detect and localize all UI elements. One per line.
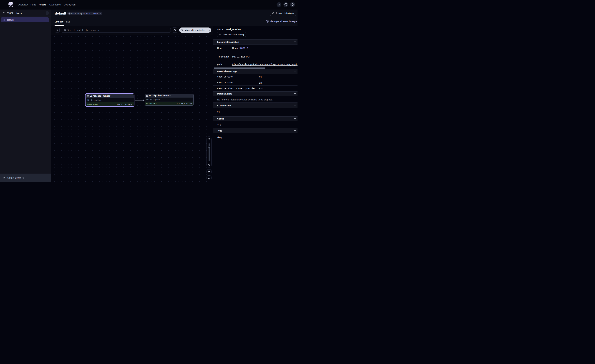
folder-icon [3,177,5,179]
asset-node-multiplied-number[interactable]: multiplied_number No description Materia… [145,94,193,106]
nav-automation[interactable]: Automation [49,3,61,6]
help-button[interactable] [283,2,288,7]
chevron-down-icon [294,42,296,42]
zoom-controls [206,136,212,168]
view-in-asset-catalog-label: View in Asset Catalog [223,33,244,36]
panel-asset-title: versioned_number [217,28,241,31]
section-heading: Materialization tags [217,70,237,73]
main-nav: Overview Runs Assets Automation Deployme… [18,0,76,9]
reload-definitions-icon [272,12,275,15]
nav-runs[interactable]: Runs [30,3,36,6]
tag-row: data_version 20 [213,80,298,86]
scrollbar-thumb[interactable] [214,68,265,69]
section-type[interactable]: Type [213,128,298,133]
asset-group-badge-text: Asset Group in [71,12,85,15]
section-latest-materialization[interactable]: Latest materialization [213,39,298,45]
folder-icon [3,12,5,14]
view-in-asset-catalog-button[interactable]: View in Asset Catalog [217,32,246,37]
expand-sidebar-button[interactable] [55,28,60,33]
lineage-canvas[interactable]: versioned_number No description Material… [51,35,213,182]
graph-toolbar: Materialize selected [51,26,213,35]
reload-repo-icon[interactable] [22,177,24,179]
asset-node-timestamp: Mar 21, 5:25 PM [177,102,192,105]
section-code-version[interactable]: Code Version [213,103,298,108]
graph-settings-button[interactable] [206,169,212,174]
nav-deployment[interactable]: Deployment [64,3,76,6]
asset-node-versioned-number[interactable]: versioned_number No description Material… [86,94,134,106]
tab-lineage[interactable]: Lineage [55,19,64,26]
reload-icon[interactable] [99,13,101,14]
asset-node-timestamp: Mar 21, 5:25 PM [117,103,132,105]
hamburger-menu-icon[interactable] [3,3,6,5]
asset-node-status: Materialized [146,102,157,105]
page-header: default Asset Group in 250321-dvers Relo… [51,9,298,26]
dagster-logo[interactable] [8,1,14,7]
search-icon [64,29,66,31]
tag-value: v4 [259,76,262,78]
sidebar-item-default[interactable]: default [1,17,49,22]
asset-search-input[interactable] [67,29,161,31]
nav-overview[interactable]: Overview [18,3,28,6]
zoom-in-button[interactable] [207,137,211,141]
materialize-selected-label: Materialize selected [185,29,205,31]
table-row-run: Run Run ef7800f2 [213,45,298,53]
refresh-icon [173,28,176,32]
asset-node-description: No description [145,98,193,102]
zoom-in-icon [208,138,210,140]
materialize-dropdown-caret[interactable] [208,30,210,31]
refresh-graph-button[interactable] [172,28,177,33]
asset-group-icon [69,13,71,14]
type-value: Any [217,136,222,139]
section-config[interactable]: Config [213,116,298,121]
section-metadata-plots[interactable]: Metadata plots [213,91,298,96]
top-nav-actions [276,2,295,7]
tag-value: true [259,87,263,90]
section-heading: Config [217,118,224,120]
materialize-button-divider [207,28,207,33]
asset-node-name: versioned_number [90,95,111,97]
asset-detail-panel: versioned_number View in Asset Catalog L… [213,26,298,182]
lineage-edge-arrow [135,99,145,101]
nav-assets[interactable]: Assets [39,3,46,6]
reload-definitions-label: Reload definitions [276,12,294,14]
section-heading: Metadata plots [217,92,232,95]
path-link[interactable]: /Users/smackesey/stm/code/elementl/exper… [232,63,298,65]
asset-group-badge-link[interactable]: 250321-dvers [86,12,98,15]
sidebar-repo-row[interactable]: 250321-dvers 1 [0,9,51,17]
asset-group-badge: Asset Group in 250321-dvers [67,12,102,15]
section-materialization-tags[interactable]: Materialization tags [213,69,298,74]
latest-materialization-table: Run Run ef7800f2 Timestamp Mar 21, 5:25 … [213,45,298,67]
table-row-path: path /Users/smackesey/stm/code/elementl/… [213,61,298,67]
global-lineage-icon [266,20,269,23]
asset-sidebar: 250321-dvers 1 default 250321-dvers [0,9,51,182]
tag-key: data_version [217,81,233,84]
view-global-asset-lineage-label: View global asset lineage [269,20,297,23]
chevron-down-icon [294,71,296,72]
selected-node-ring: versioned_number No description Material… [85,93,135,107]
materialize-selected-button[interactable]: Materialize selected [179,28,211,33]
run-link[interactable]: ef7800f2 [237,47,248,49]
dagster-app: Overview Runs Assets Automation Deployme… [0,0,298,182]
asset-group-icon [3,19,5,21]
page-title: default [55,11,66,15]
sidebar-footer-repo[interactable]: 250321-dvers [0,174,51,182]
external-link-icon [219,33,221,36]
reload-definitions-button[interactable]: Reload definitions [270,11,296,16]
download-graph-button[interactable] [206,175,212,180]
tab-list[interactable]: List [66,19,70,26]
asset-node-description: No description [86,98,134,103]
tag-key: code_version [217,76,233,78]
asset-search-box [62,28,171,33]
row-label: path [217,63,222,65]
zoom-out-button[interactable] [207,163,211,168]
view-tabs: Lineage List [55,19,70,26]
table-row-timestamp: Timestamp Mar 21, 5:25 PM [213,53,298,61]
chevron-down-icon [294,105,296,106]
run-value-prefix: Run [232,47,237,49]
settings-button[interactable] [290,2,295,7]
search-button[interactable] [276,2,281,7]
view-global-asset-lineage-link[interactable]: View global asset lineage [266,20,297,23]
zoom-out-icon [208,164,210,167]
zoom-slider-thumb[interactable] [208,146,210,148]
tag-row: data_version_is_user_provided true [213,86,298,91]
